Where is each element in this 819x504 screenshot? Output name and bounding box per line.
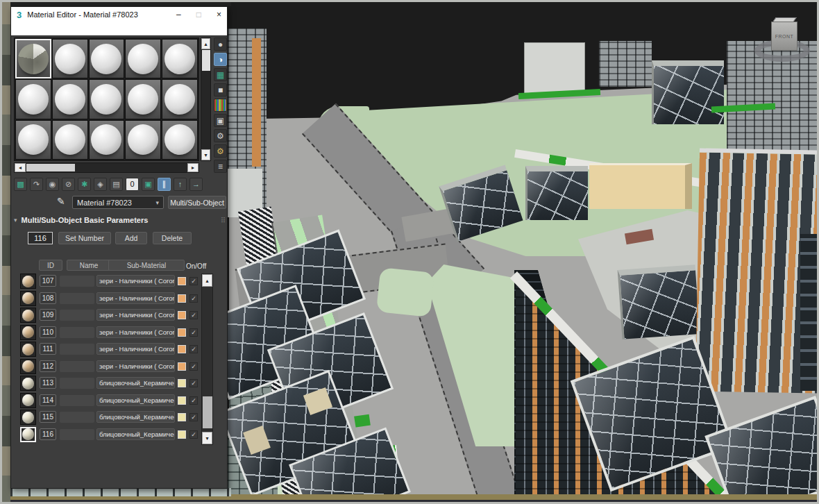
- minimize-button[interactable]: –: [176, 10, 181, 19]
- go-to-parent-icon[interactable]: ↑: [174, 178, 187, 191]
- maximize-button[interactable]: □: [196, 10, 201, 19]
- assign-material-to-selection-icon[interactable]: ◉: [46, 178, 59, 191]
- scroll-thumb[interactable]: [203, 396, 212, 428]
- set-number-button[interactable]: Set Number: [58, 232, 111, 244]
- list-vertical-scrollbar[interactable]: ▴ ▾: [201, 274, 213, 445]
- make-preview-icon[interactable]: ▣: [214, 114, 227, 127]
- sub-material-button[interactable]: зери - Наличники ( Coron: [96, 360, 175, 372]
- background-icon[interactable]: ▦: [214, 68, 227, 81]
- scroll-up-button[interactable]: ▴: [201, 38, 210, 49]
- viewcube[interactable]: FRONT: [753, 16, 816, 74]
- sub-material-button[interactable]: зери - Наличники ( Coron: [96, 326, 175, 338]
- onoff-checkbox[interactable]: ✓: [189, 430, 198, 439]
- sample-vertical-scrollbar[interactable]: ▴ ▾: [201, 37, 211, 161]
- sub-material-button[interactable]: блицовочный_Керамичес: [96, 428, 175, 440]
- id-column-header[interactable]: ID: [39, 260, 62, 271]
- material-sample-slot[interactable]: [52, 120, 88, 160]
- sample-horizontal-scrollbar[interactable]: ◂ ▸: [14, 162, 199, 173]
- onoff-checkbox[interactable]: ✓: [189, 328, 198, 337]
- material-name-field[interactable]: [60, 361, 94, 372]
- material-preview[interactable]: [20, 393, 36, 408]
- material-name-field[interactable]: [60, 310, 94, 321]
- material-name-field[interactable]: [60, 344, 94, 355]
- material-map-navigator-icon[interactable]: ≡: [214, 160, 227, 173]
- sub-material-button[interactable]: зери - Наличники ( Coron: [96, 309, 175, 321]
- material-sample-slot[interactable]: [89, 39, 125, 78]
- onoff-checkbox[interactable]: ✓: [189, 345, 198, 353]
- material-name-field[interactable]: [60, 395, 94, 406]
- color-swatch[interactable]: [178, 379, 186, 387]
- viewcube-front-face[interactable]: FRONT: [771, 22, 797, 51]
- material-sample-slot[interactable]: [52, 79, 88, 119]
- material-preview[interactable]: [20, 359, 36, 374]
- onoff-checkbox[interactable]: ✓: [189, 362, 198, 371]
- material-sample-slot[interactable]: [162, 120, 198, 160]
- material-preview[interactable]: [20, 342, 36, 357]
- material-sample-slot[interactable]: [52, 39, 88, 78]
- material-sample-slot[interactable]: [89, 79, 125, 119]
- sub-material-button[interactable]: зери - Наличники ( Coron: [96, 275, 175, 287]
- onoff-checkbox[interactable]: ✓: [189, 311, 198, 319]
- color-swatch[interactable]: [178, 413, 186, 421]
- show-end-result-icon[interactable]: ∥: [158, 178, 171, 191]
- onoff-checkbox[interactable]: ✓: [189, 396, 198, 405]
- delete-button[interactable]: Delete: [153, 232, 192, 244]
- material-name-field[interactable]: [60, 429, 94, 440]
- show-shaded-material-in-viewport-icon[interactable]: ▣: [142, 178, 155, 191]
- color-swatch[interactable]: [178, 396, 186, 405]
- go-forward-to-sibling-icon[interactable]: →: [189, 178, 203, 191]
- scroll-thumb[interactable]: [202, 50, 210, 71]
- material-name-field[interactable]: [60, 327, 94, 338]
- material-preview[interactable]: [20, 325, 36, 340]
- options-icon[interactable]: ⚙: [214, 129, 227, 142]
- material-sample-slot[interactable]: [15, 79, 51, 119]
- name-column-header[interactable]: Name: [67, 260, 111, 271]
- material-name-field[interactable]: [60, 293, 94, 304]
- onoff-checkbox[interactable]: ✓: [189, 277, 198, 285]
- material-sample-slot[interactable]: [15, 120, 51, 160]
- sub-material-button[interactable]: блицовочный_Керамичес: [96, 411, 175, 423]
- material-sample-slot[interactable]: [89, 120, 125, 160]
- rollout-header[interactable]: ▾ Multi/Sub-Object Basic Parameters ⠿: [14, 214, 226, 226]
- material-name-dropdown[interactable]: Material #78023 ▾: [72, 196, 164, 209]
- sub-material-column-header[interactable]: Sub-Material: [108, 260, 185, 271]
- scroll-up-button[interactable]: ▴: [202, 274, 212, 287]
- material-preview[interactable]: [20, 308, 36, 323]
- material-sample-slot[interactable]: [125, 39, 161, 78]
- color-swatch[interactable]: [178, 430, 186, 439]
- color-swatch[interactable]: [178, 277, 186, 285]
- scroll-thumb[interactable]: [26, 164, 75, 171]
- onoff-checkbox[interactable]: ✓: [189, 294, 198, 303]
- material-count-field[interactable]: 116: [28, 232, 53, 244]
- backlight-icon[interactable]: ◑: [214, 53, 227, 66]
- title-bar[interactable]: 3 Material Editor - Material #78023 – □ …: [11, 7, 227, 22]
- color-swatch[interactable]: [178, 345, 186, 353]
- add-button[interactable]: Add: [115, 232, 147, 244]
- sample-uv-tiling-icon[interactable]: ■: [214, 83, 227, 96]
- video-color-check-icon[interactable]: [214, 99, 227, 112]
- pick-material-eyedropper-icon[interactable]: ✎: [57, 196, 65, 207]
- material-name-field[interactable]: [60, 378, 94, 389]
- color-swatch[interactable]: [178, 294, 186, 303]
- sub-material-button[interactable]: блицовочный_Керамичес: [96, 377, 175, 389]
- material-name-field[interactable]: [60, 276, 94, 287]
- sample-type-icon[interactable]: ●: [214, 37, 227, 51]
- color-swatch[interactable]: [178, 328, 186, 337]
- material-preview[interactable]: [20, 274, 36, 289]
- material-sample-slot[interactable]: [162, 79, 198, 119]
- color-swatch[interactable]: [178, 311, 186, 319]
- onoff-checkbox[interactable]: ✓: [189, 413, 198, 421]
- scroll-down-button[interactable]: ▾: [202, 432, 212, 444]
- close-button[interactable]: ×: [217, 10, 221, 19]
- scroll-right-button[interactable]: ▸: [187, 163, 199, 172]
- reset-map-icon[interactable]: ⊘: [62, 178, 75, 191]
- material-sample-slot[interactable]: [125, 79, 161, 119]
- select-by-material-icon[interactable]: ⚙: [214, 144, 227, 158]
- color-swatch[interactable]: [178, 362, 186, 371]
- material-type-button[interactable]: Multi/Sub-Object: [168, 196, 226, 209]
- get-material-icon[interactable]: ▩: [14, 178, 27, 191]
- material-preview[interactable]: [20, 427, 36, 442]
- material-sample-slot[interactable]: [15, 39, 51, 78]
- material-preview[interactable]: [20, 291, 36, 306]
- put-material-to-scene-icon[interactable]: ↷: [30, 178, 43, 191]
